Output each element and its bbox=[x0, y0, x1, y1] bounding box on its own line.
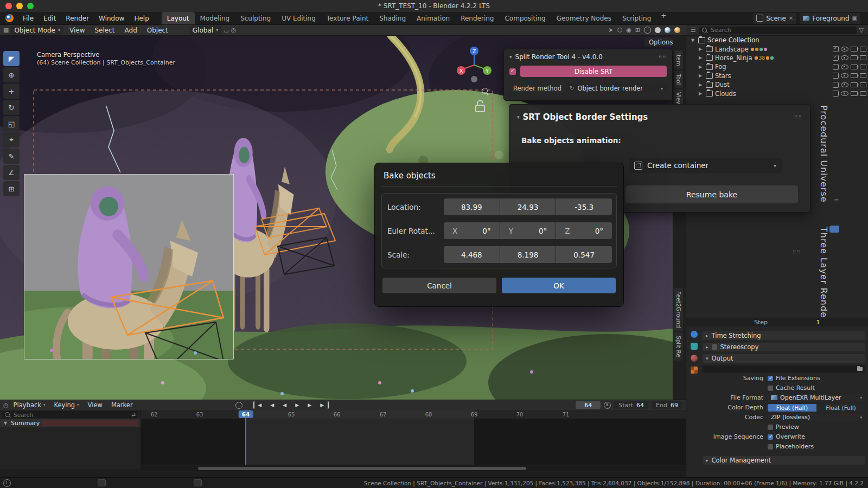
chevron-down-icon[interactable]: ▼ bbox=[690, 38, 696, 43]
cursor-tool[interactable]: ⊕ bbox=[3, 67, 20, 82]
section-stereoscopy[interactable]: ▸ Stereoscopy bbox=[703, 343, 865, 351]
checkbox-icon[interactable] bbox=[833, 82, 839, 88]
shading-rendered-icon[interactable] bbox=[674, 27, 680, 33]
workspace-tab-shading[interactable]: Shading bbox=[374, 12, 411, 24]
chevron-right-icon[interactable]: ▶ bbox=[697, 47, 704, 52]
ok-button[interactable]: OK bbox=[502, 278, 616, 293]
chevron-right-icon[interactable]: ▶ bbox=[697, 82, 704, 87]
camera-lock-icon[interactable] bbox=[474, 100, 486, 113]
sidebar-tab-feet2ground[interactable]: Feet2Ground bbox=[674, 288, 683, 331]
annotate-tool[interactable]: ✎ bbox=[3, 149, 20, 164]
chevron-right-icon[interactable]: ▶ bbox=[697, 55, 704, 60]
shading-solid-icon[interactable] bbox=[655, 27, 661, 33]
blender-logo-icon[interactable] bbox=[5, 14, 14, 22]
workspace-tab-sculpting[interactable]: Sculpting bbox=[235, 12, 276, 24]
overlays-toggle-icon[interactable]: ◉ bbox=[626, 27, 631, 33]
step-value[interactable]: 1 bbox=[768, 319, 868, 326]
frame-end-field[interactable]: End69 bbox=[652, 401, 682, 409]
file-extensions-checkbox[interactable] bbox=[768, 376, 773, 381]
outliner-row-horse-ninja[interactable]: ▶ Horse_Ninja 38 bbox=[686, 54, 868, 62]
rotation-z-field[interactable]: Z0° bbox=[556, 222, 612, 239]
timeline-scrollbar[interactable] bbox=[141, 466, 686, 471]
workspace-tab-layout[interactable]: Layout bbox=[162, 12, 195, 24]
stereoscopy-checkbox[interactable] bbox=[712, 344, 717, 350]
render-properties-tab-icon[interactable] bbox=[691, 331, 698, 338]
cache-result-checkbox[interactable] bbox=[768, 386, 773, 391]
menu-burger-icon[interactable]: ≡ bbox=[834, 197, 839, 204]
chevron-right-icon[interactable]: ▶ bbox=[697, 73, 704, 78]
unlink-scene-icon[interactable]: ✕ bbox=[789, 15, 793, 21]
zoom-viewport-icon[interactable] bbox=[482, 88, 488, 94]
shading-material-icon[interactable] bbox=[665, 27, 671, 33]
overwrite-checkbox[interactable] bbox=[768, 434, 773, 440]
playhead[interactable] bbox=[245, 410, 246, 465]
panel-grip-icon[interactable]: ⠿⠿ bbox=[793, 249, 801, 255]
camera-icon[interactable] bbox=[851, 55, 858, 60]
proportional-editing-icon[interactable]: ◎ bbox=[231, 27, 237, 33]
section-output[interactable]: ▾ Output bbox=[703, 354, 865, 363]
move-tool[interactable]: + bbox=[3, 84, 20, 99]
monitor-icon[interactable] bbox=[860, 65, 866, 69]
monitor-icon[interactable] bbox=[860, 47, 866, 52]
scale-z-field[interactable]: 0.547 bbox=[556, 246, 612, 263]
checkbox-icon[interactable] bbox=[833, 73, 839, 79]
play-button[interactable]: ▶ bbox=[292, 401, 303, 409]
eye-icon[interactable] bbox=[841, 65, 848, 69]
eye-icon[interactable] bbox=[841, 55, 848, 60]
timeline-view-menu[interactable]: View bbox=[84, 401, 106, 409]
monitor-icon[interactable] bbox=[860, 82, 866, 87]
editor-type-icon[interactable]: ▦ bbox=[3, 27, 9, 33]
output-path-field[interactable] bbox=[703, 365, 865, 373]
location-y-field[interactable]: 24.93 bbox=[500, 198, 556, 215]
monitor-icon[interactable] bbox=[860, 73, 866, 78]
placeholders-checkbox[interactable] bbox=[768, 444, 773, 450]
filter-funnel-icon[interactable]: ▽ bbox=[859, 27, 864, 33]
mode-dropdown[interactable]: Object Mode bbox=[11, 26, 63, 35]
eye-icon[interactable] bbox=[841, 73, 848, 78]
playback-menu[interactable]: Playback bbox=[10, 401, 49, 409]
menu-add[interactable]: Add bbox=[121, 27, 141, 34]
xray-toggle-icon[interactable]: ⊞ bbox=[635, 27, 640, 33]
chevron-down-icon[interactable]: ▾ bbox=[509, 54, 512, 60]
rotation-x-field[interactable]: X0° bbox=[444, 222, 500, 239]
panel-grip-icon[interactable]: ⠿⠿ bbox=[794, 114, 802, 120]
value-slider[interactable] bbox=[829, 226, 839, 233]
rotation-y-field[interactable]: Y0° bbox=[500, 222, 556, 239]
menu-window[interactable]: Window bbox=[94, 12, 129, 24]
material-properties-tab-icon[interactable] bbox=[691, 355, 698, 362]
codec-dropdown[interactable]: ZIP (lossless) bbox=[768, 414, 865, 421]
outliner-row-fog[interactable]: ▶ Fog bbox=[686, 62, 868, 71]
editor-corner-icon[interactable] bbox=[98, 479, 106, 486]
checkbox-icon[interactable] bbox=[833, 55, 839, 61]
workspace-tab-modeling[interactable]: Modeling bbox=[195, 12, 235, 24]
camera-icon[interactable] bbox=[851, 65, 858, 69]
preview-checkbox[interactable] bbox=[768, 425, 773, 430]
render-method-dropdown[interactable]: ↻ Object border render bbox=[566, 84, 667, 93]
outliner-row-stars[interactable]: ▶ Stars bbox=[686, 72, 868, 80]
chevron-down-icon[interactable]: ▾ bbox=[517, 114, 520, 120]
current-frame-field[interactable]: 64 bbox=[576, 401, 601, 409]
add-workspace-button[interactable]: + bbox=[656, 12, 671, 24]
outliner-row-clouds[interactable]: ▶ Clouds bbox=[686, 89, 868, 98]
sidebar-tab-tool[interactable]: Tool bbox=[674, 70, 683, 88]
eye-icon[interactable] bbox=[841, 47, 848, 52]
channel-search[interactable]: ⇄ bbox=[2, 411, 138, 418]
shading-wireframe-icon[interactable] bbox=[644, 27, 651, 34]
texture-properties-tab-icon[interactable] bbox=[691, 367, 698, 374]
playhead-frame-badge[interactable]: 64 bbox=[239, 410, 253, 418]
checkbox-icon[interactable] bbox=[833, 64, 839, 70]
filter-toggle-icon[interactable]: ⇄ bbox=[131, 412, 136, 418]
next-keyframe-button[interactable]: ▶ bbox=[304, 401, 315, 409]
select-box-tool[interactable]: ◤ bbox=[3, 51, 20, 66]
axis-navigation-gizmo[interactable]: Z X Y bbox=[455, 46, 494, 85]
outliner-row-landscape[interactable]: ▶ Landscape bbox=[686, 44, 868, 53]
outliner-row-scene-collection[interactable]: ▼ Scene Collection bbox=[686, 36, 868, 44]
monitor-icon[interactable] bbox=[860, 55, 866, 60]
view-layer-selector[interactable]: Foreground ▣ bbox=[800, 13, 860, 24]
monitor-icon[interactable] bbox=[860, 91, 866, 96]
use-preview-range-icon[interactable] bbox=[604, 402, 611, 409]
create-container-dropdown[interactable]: Create container bbox=[629, 158, 782, 173]
depth-float-half-option[interactable]: Float (Half) bbox=[768, 404, 816, 412]
frame-start-field[interactable]: Start64 bbox=[614, 401, 648, 409]
chevron-right-icon[interactable]: ▶ bbox=[697, 91, 704, 96]
